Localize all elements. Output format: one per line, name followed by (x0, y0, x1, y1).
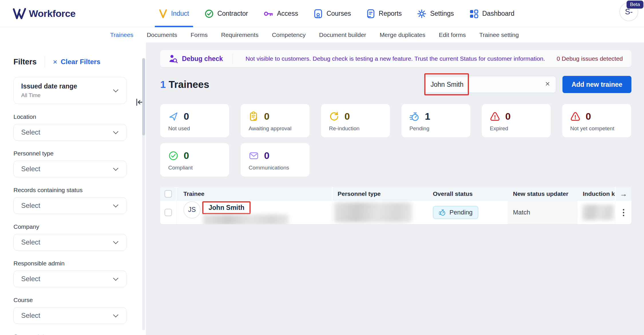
redacted-personnel-type (334, 202, 412, 222)
column-header-trainee[interactable]: Trainee (177, 187, 332, 201)
module-sub-navigation: Trainees Documents Forms Requirements Co… (0, 27, 644, 42)
beta-badge: Beta (627, 1, 643, 9)
card-awaiting-approval[interactable]: 0 Awaiting approval (241, 104, 310, 137)
status-cards: 0 Not used 0 Awaiting approval (160, 104, 644, 177)
column-header-personnel-type[interactable]: Personnel type (332, 187, 428, 201)
workforce-logo-icon (13, 8, 26, 20)
filter-label-course: Course (13, 297, 126, 304)
filter-label-course-status: Course status (13, 333, 126, 335)
tab-edit-forms[interactable]: Edit forms (439, 31, 466, 38)
sidebar-scrollbar[interactable] (142, 58, 145, 330)
tab-forms[interactable]: Forms (191, 31, 208, 38)
courses-icon (314, 9, 323, 19)
tab-trainees[interactable]: Trainees (110, 31, 133, 38)
reports-icon (366, 9, 375, 19)
personnel-type-select[interactable]: Select (13, 161, 126, 177)
records-containing-status-select[interactable]: Select (13, 197, 126, 214)
nav-item-courses[interactable]: Courses (314, 0, 351, 27)
dashboard-grid-icon (469, 9, 478, 18)
card-pending[interactable]: 1 Pending (401, 104, 470, 137)
card-expired[interactable]: 0 Expired (482, 104, 551, 137)
awaiting-approval-clipboard-icon (249, 111, 259, 122)
search-clear-icon[interactable]: × (545, 80, 550, 88)
filter-label-responsible-admin: Responsible admin (13, 260, 126, 267)
card-not-yet-competent[interactable]: 0 Not yet competent (562, 104, 631, 137)
chevron-down-icon (113, 129, 118, 134)
filters-title: Filters (13, 58, 37, 66)
top-navigation-bar: Workforce Induct Contractor Access (0, 0, 644, 27)
nav-item-dashboard[interactable]: Dashboard (469, 0, 514, 27)
issued-date-range-label: Issued date range (21, 82, 119, 90)
tab-requirements[interactable]: Requirements (221, 31, 259, 38)
expired-warning-icon (490, 111, 500, 122)
debug-check-banner: Debug check Not visible to customers. De… (160, 50, 631, 67)
trainee-search: × (423, 76, 556, 93)
debug-issues-count: 0 Debug issues detected (557, 55, 623, 62)
new-status-updater-value: Match (513, 209, 530, 216)
brand-wordmark: Workforce (29, 8, 76, 19)
nav-item-induct[interactable]: Induct (159, 0, 189, 27)
company-select[interactable]: Select (13, 234, 126, 251)
divider (233, 54, 233, 64)
card-not-used[interactable]: 0 Not used (160, 104, 229, 137)
compliant-check-circle-icon (168, 151, 179, 161)
nav-item-settings[interactable]: Settings (417, 0, 454, 27)
add-new-trainee-button[interactable]: Add new trainee (562, 76, 631, 93)
column-header-overall-status[interactable]: Overall status (428, 187, 508, 201)
card-compliant[interactable]: 0 Compliant (160, 143, 229, 177)
trainee-name-annotated[interactable]: John Smith (202, 201, 251, 214)
row-checkbox[interactable] (165, 209, 172, 216)
filters-sidebar: Filters × Clear Filters Issued date rang… (0, 42, 146, 335)
chevron-down-icon (113, 239, 118, 244)
debug-check-icon (169, 54, 178, 63)
debug-check-message: Not visible to customers. Debug check is… (245, 55, 545, 62)
trainee-avatar: JS (183, 201, 201, 218)
filter-label-location: Location (13, 113, 126, 120)
tab-merge-duplicates[interactable]: Merge duplicates (380, 31, 425, 38)
location-select[interactable]: Select (13, 124, 126, 141)
card-communications[interactable]: 0 Communications (241, 143, 310, 177)
clear-filters-x-icon: × (53, 58, 57, 66)
main-nav: Induct Contractor Access Courses (159, 0, 514, 27)
nav-item-access[interactable]: Access (263, 0, 298, 27)
clear-filters-button[interactable]: × Clear Filters (53, 58, 100, 66)
not-yet-competent-warning-icon (570, 111, 580, 122)
tab-documents[interactable]: Documents (147, 31, 177, 38)
pending-stopwatch-icon (409, 111, 420, 122)
trainee-count: 1 (160, 79, 166, 90)
workforce-logo[interactable]: Workforce (13, 0, 76, 27)
issued-date-range-value: All Time (21, 92, 119, 98)
trainees-table: Trainee Personnel type Overall status Ne… (160, 187, 631, 224)
search-input[interactable] (423, 76, 556, 93)
pending-status-badge[interactable]: Pending (433, 206, 478, 219)
column-header-induction[interactable]: Induction k (578, 187, 615, 201)
chevron-down-icon (113, 165, 118, 171)
settings-gear-icon (417, 9, 426, 18)
chevron-down-icon (113, 202, 118, 207)
table-row[interactable]: JS John Smith (160, 201, 631, 224)
tab-trainee-setting[interactable]: Trainee setting (479, 31, 519, 38)
column-header-new-status-updater[interactable]: New status updater (508, 187, 578, 201)
not-used-send-icon (168, 111, 179, 122)
kebab-menu-icon[interactable] (623, 209, 624, 216)
scroll-right-arrow-icon[interactable]: → (620, 190, 627, 198)
sidebar-scrollbar-thumb[interactable] (142, 58, 145, 135)
debug-check-title: Debug check (182, 55, 223, 63)
responsible-admin-select[interactable]: Select (13, 271, 126, 287)
chevron-down-icon (113, 312, 118, 317)
course-select[interactable]: Select (13, 307, 126, 324)
trainees-main-panel: Debug check Not visible to customers. De… (146, 42, 644, 335)
filter-label-personnel-type: Personnel type (13, 150, 126, 157)
communications-mail-icon (249, 151, 259, 161)
tab-competency[interactable]: Competency (272, 31, 306, 38)
card-re-induction[interactable]: 0 Re-induction (321, 104, 390, 137)
user-avatar[interactable]: S- Beta (619, 2, 638, 21)
chevron-down-icon (113, 275, 118, 281)
access-key-icon (263, 9, 273, 18)
filter-label-records-status: Records containing status (13, 187, 126, 194)
nav-item-reports[interactable]: Reports (366, 0, 402, 27)
select-all-checkbox[interactable] (165, 190, 172, 198)
tab-document-builder[interactable]: Document builder (319, 31, 366, 38)
issued-date-range-filter[interactable]: Issued date range All Time (13, 77, 126, 104)
nav-item-contractor[interactable]: Contractor (205, 0, 248, 27)
